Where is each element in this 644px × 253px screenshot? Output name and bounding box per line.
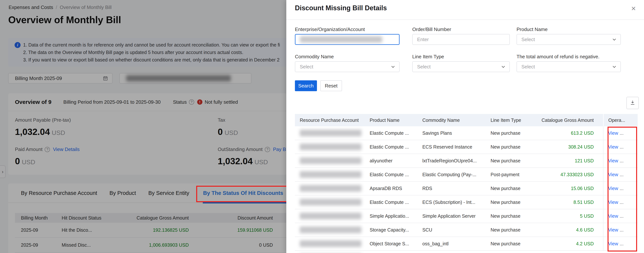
view-details-link[interactable]: View	[608, 186, 618, 191]
redacted-account-cell	[300, 240, 362, 247]
bill-row: Elastic Compute ... Savings Plans New pu…	[295, 126, 638, 140]
cell-commodity: lxtTradeRegionOUpre04...	[422, 158, 490, 164]
line-item-type-label: Line Item Type	[412, 54, 510, 60]
order-bill-number-label: Order/Bill Number	[412, 26, 510, 32]
order-bill-number-input[interactable]	[417, 36, 506, 42]
bill-row-partial	[295, 251, 638, 253]
cell-commodity: RDS	[422, 186, 490, 191]
select-placeholder: Select	[522, 64, 535, 70]
cell-product: aliyunother	[370, 158, 422, 164]
cell-product: Elastic Compute ...	[370, 172, 422, 177]
bill-row: Storage Capacity... SCU New purchase 4.6…	[295, 223, 638, 237]
view-details-link[interactable]: View	[608, 158, 618, 164]
cell-line-item: New purchase	[490, 214, 535, 219]
cell-gross: 47.333023 USD	[535, 172, 594, 177]
view-link-ellipsis: ...	[620, 200, 624, 205]
order-bill-number-input-wrap	[412, 34, 510, 45]
redacted-account-cell	[300, 157, 362, 164]
view-link-ellipsis: ...	[620, 186, 624, 191]
redacted-account-cell	[300, 144, 362, 150]
chevron-down-icon	[390, 64, 396, 69]
product-name-label: Product Name	[516, 26, 621, 32]
cell-gross: 308.24 USD	[535, 144, 594, 150]
bill-row: Elastic Compute ... ECS (Subscription) -…	[295, 196, 638, 209]
cell-gross: 121 USD	[535, 158, 594, 164]
cell-product: Object Storage S...	[370, 241, 422, 246]
bill-row: Elastic Compute ... ECS Reserved Instanc…	[295, 140, 638, 154]
col-header-resource-purchase-account: Resource Purchase Account	[295, 118, 370, 123]
page-root: Expenses and Costs/Overview of Monthly B…	[0, 0, 644, 253]
drawer-title: Discount Missing Bill Details	[295, 4, 387, 12]
search-button[interactable]: Search	[295, 80, 317, 91]
view-link-ellipsis: ...	[620, 227, 624, 233]
redacted-account-cell	[300, 199, 362, 206]
chevron-down-icon	[612, 64, 617, 69]
product-name-select[interactable]: Select	[516, 34, 621, 45]
cell-commodity: Simple Application Server	[422, 214, 490, 219]
cell-product: Elastic Compute ...	[370, 144, 422, 150]
cell-commodity: ECS (Subscription) - Int...	[422, 200, 490, 205]
cell-line-item: New purchase	[490, 186, 535, 191]
download-button[interactable]	[626, 97, 639, 109]
view-link-ellipsis: ...	[620, 172, 624, 177]
cell-line-item: New purchase	[490, 227, 535, 233]
col-header-product-name: Product Name	[370, 118, 422, 123]
col-header-line-item-type: Line Item Type	[490, 118, 535, 123]
refund-negative-select[interactable]: Select	[516, 61, 621, 72]
cell-commodity: Elastic Computing (Pay-...	[422, 172, 490, 177]
cell-gross: 15.06 USD	[535, 186, 594, 191]
download-icon	[630, 100, 636, 106]
select-placeholder: Select	[300, 64, 313, 70]
reset-button[interactable]: Reset	[320, 80, 342, 91]
drawer-header-divider	[286, 20, 644, 20]
cell-gross: 8.51 USD	[535, 200, 594, 205]
bill-table-header: Resource Purchase Account Product Name C…	[295, 114, 638, 126]
cell-line-item: New purchase	[490, 158, 535, 164]
view-details-link[interactable]: View	[608, 241, 618, 246]
cell-commodity: ECS Reserved Instance	[422, 144, 490, 150]
drawer-backdrop[interactable]	[0, 0, 286, 253]
view-details-link[interactable]: View	[608, 200, 618, 205]
cell-gross: 4.6 USD	[535, 227, 594, 233]
redacted-account-cell	[300, 185, 362, 192]
cell-line-item: New purchase	[490, 144, 535, 150]
refund-negative-label: The total amount of refund is negative.	[516, 54, 621, 60]
redacted-account-cell	[300, 171, 362, 178]
bill-row: Simple Applicatio... Simple Application …	[295, 209, 638, 223]
col-header-catalogue-gross-amount: Catalogue Gross Amount	[535, 118, 594, 123]
cell-line-item: New purchase	[490, 241, 535, 246]
view-details-link[interactable]: View	[608, 144, 618, 150]
bill-row: Elastic Compute ... Elastic Computing (P…	[295, 168, 638, 182]
cell-line-item: New purchase	[490, 200, 535, 205]
view-link-ellipsis: ...	[620, 158, 624, 164]
enterprise-account-select[interactable]	[295, 34, 400, 45]
cell-product: Elastic Compute ...	[370, 200, 422, 205]
view-link-ellipsis: ...	[620, 144, 624, 150]
cell-gross: 4.2 USD	[535, 241, 594, 246]
cell-commodity: oss_bag_intl	[422, 241, 490, 246]
redacted-account-cell	[300, 213, 362, 219]
cell-product: ApsaraDB RDS	[370, 186, 422, 191]
line-item-type-select[interactable]: Select	[412, 61, 510, 72]
view-details-link[interactable]: View	[608, 130, 618, 136]
enterprise-account-label: Enterprise/Organization/Account	[295, 26, 400, 32]
bill-row: aliyunother lxtTradeRegionOUpre04... New…	[295, 154, 638, 168]
cell-gross: 613.2 USD	[535, 130, 594, 136]
cell-product: Elastic Compute ...	[370, 130, 422, 136]
missing-bill-table: Resource Purchase Account Product Name C…	[295, 114, 638, 253]
view-details-link[interactable]: View	[608, 172, 618, 177]
commodity-name-label: Commodity Name	[295, 54, 400, 60]
close-icon[interactable]: ✕	[630, 4, 638, 13]
col-header-commodity-name: Commodity Name	[422, 118, 490, 123]
redacted-account-cell	[300, 130, 362, 136]
view-details-link[interactable]: View	[608, 227, 618, 233]
cell-product: Storage Capacity...	[370, 227, 422, 233]
cell-product: Simple Applicatio...	[370, 214, 422, 219]
view-details-link[interactable]: View	[608, 214, 618, 219]
discount-missing-bill-drawer: Discount Missing Bill Details ✕ Enterpri…	[286, 0, 644, 253]
bill-row: Object Storage S... oss_bag_intl New pur…	[295, 237, 638, 251]
col-header-operation: Opera...	[603, 114, 633, 126]
commodity-name-select[interactable]: Select	[295, 61, 400, 72]
select-placeholder: Select	[522, 36, 535, 42]
chevron-down-icon	[501, 64, 506, 69]
